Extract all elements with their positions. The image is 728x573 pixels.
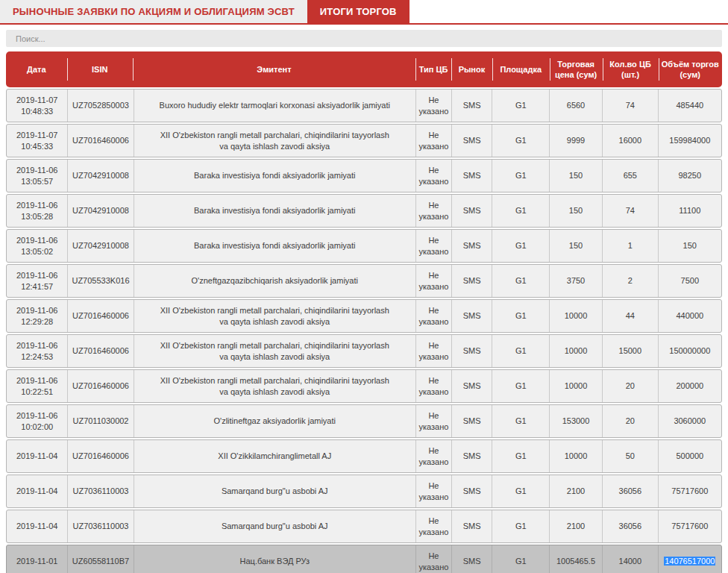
- table-row[interactable]: 2019-11-07 10:45:33 UZ7016460006 XII O'z…: [6, 124, 722, 157]
- table-row[interactable]: 2019-11-06 13:05:28 UZ7042910008 Baraka …: [6, 194, 722, 228]
- cell-platform: G1: [492, 545, 549, 573]
- cell-isin: UZ7016460006: [67, 440, 133, 472]
- table-row[interactable]: 2019-11-06 13:05:57 UZ7042910008 Baraka …: [6, 159, 722, 192]
- table-row[interactable]: 2019-11-06 10:22:51 UZ7016460006 XII O'z…: [6, 369, 722, 403]
- cell-type: Не указано: [415, 300, 451, 332]
- page: РЫНОЧНЫЕ ЗАЯВКИ ПО АКЦИЯМ И ОБЛИГАЦИЯМ Э…: [0, 0, 728, 573]
- cell-emitent: XII O'zbekiston rangli metall parchalari…: [134, 300, 415, 332]
- cell-platform: G1: [492, 405, 549, 437]
- table-row[interactable]: 2019-11-06 10:02:00 UZ7011030002 O'zliti…: [6, 404, 722, 438]
- table-row[interactable]: 2019-11-04 UZ7036110003 Samarqand burg"u…: [6, 510, 722, 543]
- cell-type: Не указано: [415, 475, 451, 507]
- cell-volume: 11100: [658, 195, 721, 227]
- cell-platform: G1: [492, 335, 549, 367]
- cell-date: 2019-11-06 12:29:28: [7, 300, 67, 332]
- cell-isin: UZ705533K016: [67, 265, 133, 297]
- cell-market: SMS: [451, 230, 492, 262]
- cell-market: SMS: [451, 265, 492, 297]
- cell-date: 2019-11-06 13:05:57: [7, 160, 67, 192]
- cell-qty: 655: [602, 160, 658, 192]
- tab-trade-results[interactable]: ИТОГИ ТОРГОВ: [307, 0, 410, 23]
- table-row[interactable]: 2019-11-06 12:41:57 UZ705533K016 O'zneft…: [6, 264, 722, 298]
- table-body: 2019-11-07 10:48:33 UZ7052850003 Buxoro …: [6, 89, 722, 573]
- cell-price: 153000: [549, 405, 602, 437]
- cell-platform: G1: [492, 125, 549, 157]
- cell-platform: G1: [492, 475, 549, 507]
- cell-volume: 150: [658, 230, 721, 262]
- cell-volume: 7500: [658, 265, 721, 297]
- column-header-type: Тип ЦБ: [415, 51, 451, 87]
- cell-market: SMS: [451, 370, 492, 402]
- cell-market: SMS: [451, 125, 492, 157]
- cell-type: Не указано: [415, 265, 451, 297]
- column-header-date: Дата: [6, 51, 67, 87]
- cell-price: 10000: [549, 335, 602, 367]
- cell-volume: 159984000: [658, 125, 721, 157]
- table-row[interactable]: 2019-11-04 UZ7036110003 Samarqand burg"u…: [6, 475, 722, 508]
- cell-type: Не указано: [415, 90, 451, 122]
- cell-market: SMS: [451, 300, 492, 332]
- table-row[interactable]: 2019-11-06 13:05:02 UZ7042910008 Baraka …: [6, 229, 722, 263]
- table-header: Дата ISIN Эмитент Тип ЦБ Рынок Площадка …: [6, 51, 722, 87]
- cell-date: 2019-11-07 10:45:33: [7, 125, 67, 157]
- column-header-market: Рынок: [451, 51, 492, 87]
- cell-emitent: XII O'zbekiston rangli metall parchalari…: [134, 370, 415, 402]
- cell-type: Не указано: [415, 545, 451, 573]
- search-input[interactable]: [6, 30, 722, 47]
- cell-price: 1005465.5: [549, 545, 602, 573]
- cell-isin: UZ7042910008: [67, 160, 133, 192]
- table-row[interactable]: 2019-11-06 12:29:28 UZ7016460006 XII O'z…: [6, 299, 722, 333]
- cell-platform: G1: [492, 230, 549, 262]
- cell-isin: UZ7016460006: [67, 300, 133, 332]
- cell-qty: 15000: [602, 335, 658, 367]
- cell-platform: G1: [492, 370, 549, 402]
- cell-volume: 14076517000: [658, 545, 721, 573]
- trades-table: Дата ISIN Эмитент Тип ЦБ Рынок Площадка …: [0, 51, 728, 573]
- cell-emitent: XII O'zbekiston rangli metall parchalari…: [134, 125, 415, 157]
- cell-date: 2019-11-04: [7, 510, 67, 542]
- cell-emitent: Samarqand burg"u asbobi AJ: [134, 510, 415, 542]
- table-row[interactable]: 2019-11-06 12:24:53 UZ7016460006 XII O'z…: [6, 334, 722, 368]
- cell-date: 2019-11-06 12:24:53: [7, 335, 67, 367]
- cell-volume: 440000: [658, 300, 721, 332]
- table-row[interactable]: 2019-11-04 UZ7016460006 XII O'zikkilamch…: [6, 439, 722, 473]
- column-header-qty: Кол.во ЦБ (шт.): [603, 51, 659, 87]
- cell-qty: 50: [602, 440, 658, 472]
- column-header-price: Торговая цена (сум): [550, 51, 603, 87]
- cell-type: Не указано: [415, 370, 451, 402]
- cell-type: Не указано: [415, 125, 451, 157]
- cell-type: Не указано: [415, 510, 451, 542]
- cell-date: 2019-11-07 10:48:33: [7, 90, 67, 122]
- cell-qty: 20: [602, 405, 658, 437]
- column-header-platform: Площадка: [492, 51, 550, 87]
- search-bar: [0, 25, 728, 51]
- cell-market: SMS: [451, 440, 492, 472]
- column-header-emitent: Эмитент: [133, 51, 415, 87]
- cell-date: 2019-11-06 12:41:57: [7, 265, 67, 297]
- cell-volume: 485440: [658, 90, 721, 122]
- cell-emitent: XII O'zikkilamchiranglimetall AJ: [134, 440, 415, 472]
- cell-isin: UZ7011030002: [67, 405, 133, 437]
- cell-date: 2019-11-01: [7, 545, 67, 573]
- table-row[interactable]: 2019-11-01 UZ60558110B7 Нац.банк ВЭД РУз…: [6, 545, 722, 573]
- cell-price: 150: [549, 160, 602, 192]
- cell-emitent: O'zlitineftgaz aksiyadorlik jamiyati: [134, 405, 415, 437]
- cell-emitent: Buxoro hududiy elektr tarmoqlari korxona…: [134, 90, 415, 122]
- cell-volume: 150000000: [658, 335, 721, 367]
- cell-platform: G1: [492, 300, 549, 332]
- cell-volume: 200000: [658, 370, 721, 402]
- cell-volume: 500000: [658, 440, 721, 472]
- cell-date: 2019-11-04: [7, 475, 67, 507]
- cell-isin: UZ7042910008: [67, 195, 133, 227]
- tab-market-orders[interactable]: РЫНОЧНЫЕ ЗАЯВКИ ПО АКЦИЯМ И ОБЛИГАЦИЯМ Э…: [0, 0, 307, 23]
- cell-market: SMS: [451, 475, 492, 507]
- cell-isin: UZ7036110003: [67, 510, 133, 542]
- cell-qty: 2: [602, 265, 658, 297]
- cell-date: 2019-11-04: [7, 440, 67, 472]
- cell-isin: UZ7036110003: [67, 475, 133, 507]
- cell-price: 10000: [549, 440, 602, 472]
- cell-price: 10000: [549, 370, 602, 402]
- cell-isin: UZ7016460006: [67, 370, 133, 402]
- table-row[interactable]: 2019-11-07 10:48:33 UZ7052850003 Buxoro …: [6, 89, 722, 122]
- cell-market: SMS: [451, 335, 492, 367]
